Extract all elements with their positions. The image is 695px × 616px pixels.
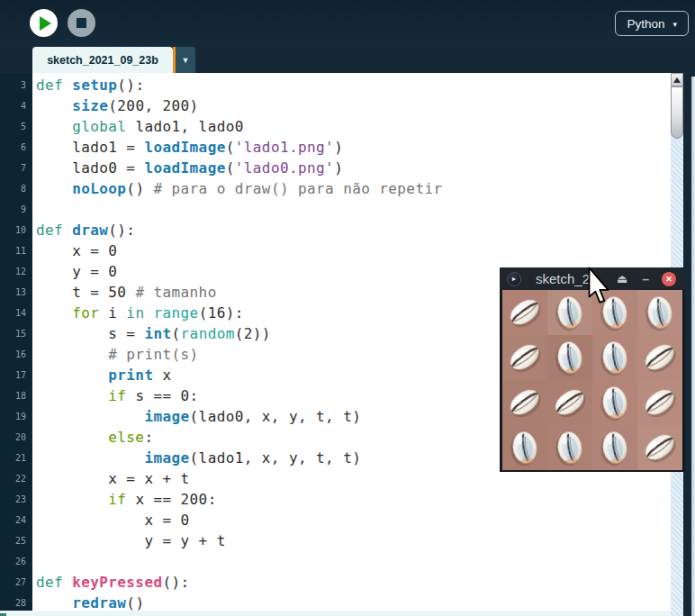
code-line[interactable]: lado1 = loadImage('lado1.png') [36, 137, 671, 158]
code-token: draw [72, 222, 108, 239]
arrow-up-icon [673, 77, 681, 83]
minimize-icon[interactable]: – [642, 275, 649, 284]
code-token: def [36, 77, 72, 94]
code-line[interactable] [36, 551, 671, 572]
line-number: 11 [0, 240, 32, 261]
line-number: 7 [0, 158, 32, 178]
code-line[interactable]: def keyPressed(): [36, 572, 671, 593]
code-token: (2)) [235, 325, 271, 342]
code-token: t = 50 [36, 284, 135, 301]
sketch-app-icon: ▸ [507, 272, 521, 286]
code-token [144, 304, 153, 322]
line-number: 19 [0, 406, 32, 427]
play-icon [40, 16, 51, 31]
code-token [36, 429, 108, 446]
chevron-down-icon: ▼ [182, 56, 190, 65]
code-token: x = 0 [36, 512, 190, 529]
shell-closed-image [502, 335, 547, 380]
line-number: 24 [0, 510, 32, 530]
code-token: ( [226, 159, 235, 177]
tab-sketch[interactable]: sketch_2021_09_23b [32, 47, 173, 73]
code-token: ( [172, 325, 181, 342]
code-token: x = x + t [36, 470, 190, 487]
code-token [36, 180, 72, 197]
shell-closed-image [637, 425, 682, 470]
line-number: 6 [0, 137, 32, 158]
code-token: (lado1, x, y, t, t) [190, 449, 362, 467]
line-number: 25 [0, 530, 32, 551]
line-number: 10 [0, 220, 32, 240]
code-token: size [72, 97, 108, 114]
code-token: (200, 200) [108, 97, 198, 114]
present-eject-icon[interactable]: ⏏ [617, 272, 627, 285]
line-number-gutter: 3456789101112131415161718192021222324252… [0, 73, 32, 616]
code-line[interactable]: def draw(): [36, 220, 671, 240]
mode-selector-button[interactable]: Python ▾ [615, 11, 689, 36]
shell-closed-image [637, 335, 682, 380]
line-number: 26 [0, 551, 32, 572]
code-line[interactable]: noLoop() # para o draw() para não repeti… [36, 178, 671, 199]
shell-open-image [592, 380, 637, 425]
shell-open-image [547, 335, 592, 380]
code-token [36, 387, 108, 404]
code-token [36, 97, 72, 114]
scrollbar-thumb[interactable] [671, 86, 683, 139]
mode-label: Python [627, 17, 664, 31]
tab-label: sketch_2021_09_23b [47, 54, 158, 67]
code-token: loadImage [144, 159, 225, 177]
line-number: 16 [0, 344, 32, 365]
code-token: i [99, 304, 126, 322]
code-token: def [36, 222, 72, 239]
line-number: 18 [0, 385, 32, 406]
shell-closed-image [637, 380, 682, 425]
line-number: 23 [0, 489, 32, 510]
code-token: noLoop [72, 180, 126, 197]
code-token: if [108, 387, 126, 404]
code-token: keyPressed [72, 574, 162, 591]
stop-button[interactable] [68, 9, 95, 37]
code-token: x [153, 367, 171, 384]
code-line[interactable]: x = 0 [36, 240, 671, 261]
shell-open-image [547, 290, 592, 335]
code-token: def [36, 574, 72, 591]
code-line[interactable]: global lado1, lado0 [36, 116, 671, 137]
code-line[interactable]: size(200, 200) [36, 95, 671, 116]
code-token [36, 449, 144, 467]
background-window-sliver [691, 77, 695, 616]
code-token: redraw [72, 594, 126, 611]
tab-menu-button[interactable]: ▼ [176, 47, 195, 73]
code-token: s = [36, 325, 144, 342]
close-button[interactable]: ✕ [662, 272, 676, 286]
line-number: 12 [0, 261, 32, 282]
code-token: setup [72, 77, 117, 94]
line-number: 9 [0, 199, 32, 220]
code-token: 'lado0.png' [235, 159, 334, 177]
code-token: int [144, 325, 171, 342]
code-token: x == 200: [126, 491, 216, 508]
code-token: : [144, 429, 153, 446]
line-number: 21 [0, 448, 32, 468]
code-token: () [126, 594, 144, 611]
shell-open-image [592, 335, 637, 380]
scroll-up-button[interactable] [671, 73, 683, 86]
shell-open-image [547, 425, 592, 470]
code-token: (): [108, 222, 135, 239]
code-token [36, 304, 72, 322]
code-line[interactable]: def setup(): [36, 75, 671, 95]
code-line[interactable]: y = y + t [36, 530, 671, 551]
code-token: lado1, lado0 [126, 118, 243, 135]
code-token: y = y + t [36, 532, 226, 549]
code-line[interactable]: x = 0 [36, 510, 671, 530]
line-number: 15 [0, 323, 32, 344]
shell-closed-image [502, 290, 547, 335]
code-token: for [72, 304, 99, 322]
code-line[interactable] [36, 199, 671, 220]
code-line[interactable]: if x == 200: [36, 489, 671, 510]
shell-open-image [637, 290, 682, 335]
toolbar: Python ▾ [0, 0, 695, 47]
run-button[interactable] [30, 9, 58, 37]
sketch-canvas[interactable] [502, 290, 682, 470]
code-token [36, 367, 108, 384]
code-line[interactable]: lado0 = loadImage('lado0.png') [36, 158, 671, 178]
line-number: 4 [0, 95, 32, 116]
